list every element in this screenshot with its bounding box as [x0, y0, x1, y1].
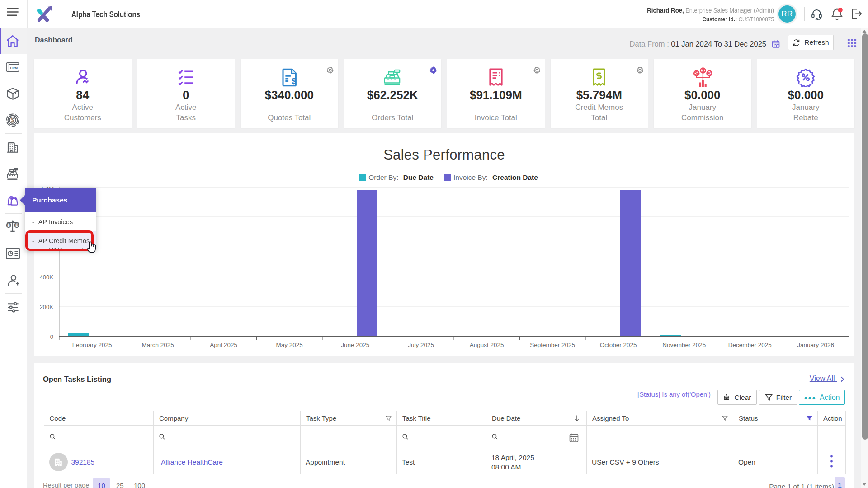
svg-text:September 2025: September 2025: [530, 342, 575, 348]
svg-text:$: $: [695, 70, 698, 76]
svg-text:June 2025: June 2025: [341, 342, 369, 348]
svg-text:January 2026: January 2026: [797, 342, 834, 348]
svg-text:August 2025: August 2025: [470, 342, 504, 348]
svg-text:0: 0: [50, 333, 53, 340]
svg-text:May 2025: May 2025: [276, 342, 303, 348]
svg-text:D: D: [7, 223, 10, 227]
svg-text:February 2025: February 2025: [72, 342, 112, 348]
svg-text:$: $: [11, 117, 14, 123]
svg-text:March 2025: March 2025: [142, 342, 174, 348]
svg-text:400K: 400K: [40, 274, 54, 281]
svg-text:$: $: [292, 77, 296, 86]
svg-text:$: $: [708, 71, 711, 76]
svg-text:April 2025: April 2025: [210, 342, 237, 348]
svg-text:December 2025: December 2025: [728, 342, 772, 348]
svg-text:July 2025: July 2025: [408, 342, 434, 348]
svg-text:200K: 200K: [40, 304, 54, 310]
svg-text:CRM: CRM: [10, 66, 18, 70]
svg-text:$: $: [701, 68, 704, 73]
svg-text:October 2025: October 2025: [600, 342, 637, 348]
svg-text:November 2025: November 2025: [662, 342, 706, 348]
svg-text:C: C: [15, 223, 19, 227]
